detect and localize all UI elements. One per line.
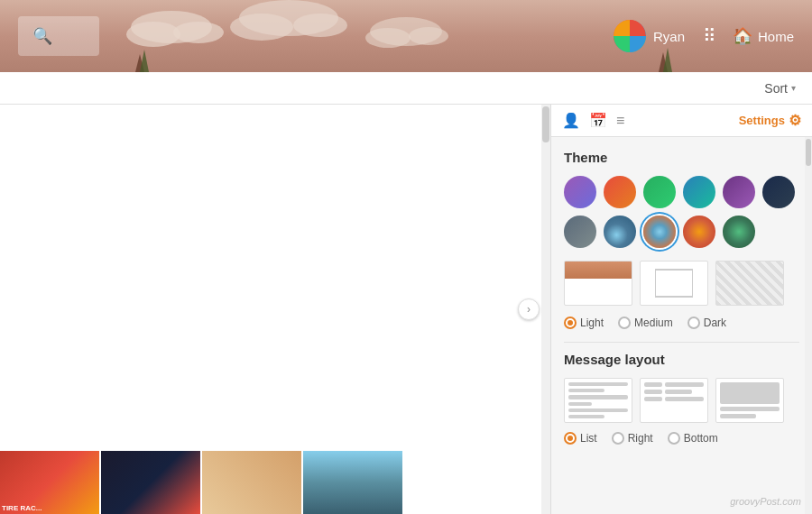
- thumb-label-1: TIRE RAC...: [2, 504, 42, 512]
- panel-content: Theme: [551, 137, 812, 470]
- theme-preview-light[interactable]: [564, 261, 632, 306]
- radio-bottom-label: Bottom: [684, 432, 718, 445]
- apps-icon[interactable]: ⠿: [703, 25, 715, 47]
- right-scrollbar-thumb[interactable]: [806, 139, 811, 166]
- calendar-view-icon[interactable]: 📅: [589, 112, 607, 129]
- home-nav[interactable]: 🏠 Home: [733, 26, 794, 46]
- thumbnails-row: TIRE RAC...: [0, 451, 541, 514]
- watermark: groovyPost.com: [730, 496, 801, 507]
- theme-section-title: Theme: [564, 150, 799, 165]
- radio-light-label: Light: [580, 317, 604, 329]
- radio-right-label: Right: [628, 432, 653, 445]
- left-scrollbar[interactable]: [541, 105, 550, 514]
- msg-line: [568, 408, 628, 412]
- theme-circle-mountain[interactable]: [604, 216, 636, 248]
- message-layout-title: Message layout: [564, 352, 799, 367]
- header-left: 🔍: [18, 16, 99, 56]
- radio-right[interactable]: Right: [612, 432, 653, 445]
- radio-dark-circle: [687, 317, 700, 329]
- radio-bottom[interactable]: Bottom: [668, 432, 718, 445]
- radio-dark[interactable]: Dark: [687, 317, 726, 329]
- settings-label: Settings: [739, 114, 785, 127]
- theme-circle-blue-purple[interactable]: [564, 176, 596, 208]
- theme-circle-green[interactable]: [643, 176, 676, 208]
- msg-line: [568, 382, 628, 386]
- theme-circle-navy[interactable]: [762, 176, 795, 208]
- settings-link[interactable]: Settings ⚙: [739, 112, 801, 129]
- radio-right-circle: [612, 432, 624, 445]
- header: 🔍 Ryan ⠿ 🏠 Home: [0, 0, 812, 72]
- radio-list[interactable]: List: [564, 432, 597, 445]
- avatar-image: [614, 20, 646, 52]
- sort-label: Sort: [764, 81, 788, 96]
- list-view-icon[interactable]: ≡: [616, 113, 624, 129]
- gear-icon: ⚙: [789, 112, 801, 129]
- msg-line: [568, 402, 592, 406]
- next-arrow[interactable]: ›: [518, 298, 540, 320]
- theme-circle-orange[interactable]: [683, 216, 715, 248]
- left-panel: › TIRE RAC...: [0, 105, 550, 514]
- message-layout-previews: [564, 378, 799, 423]
- radio-light[interactable]: Light: [564, 317, 604, 329]
- people-view-icon[interactable]: 👤: [562, 112, 580, 129]
- main-content: › TIRE RAC... 👤 📅 ≡ Settings ⚙: [0, 105, 812, 514]
- right-panel: 👤 📅 ≡ Settings ⚙ Theme: [550, 105, 812, 514]
- panel-header: 👤 📅 ≡ Settings ⚙: [551, 105, 812, 137]
- left-scrollbar-thumb[interactable]: [542, 106, 549, 142]
- msg-preview-list[interactable]: [564, 378, 632, 423]
- radio-list-circle: [564, 432, 577, 445]
- home-label: Home: [758, 29, 794, 44]
- radio-medium-circle: [618, 317, 631, 329]
- sort-arrow-icon: ▾: [791, 83, 796, 93]
- thumbnail-4[interactable]: [303, 451, 402, 514]
- home-icon: 🏠: [733, 26, 752, 46]
- theme-circle-slate[interactable]: [564, 216, 596, 248]
- search-box[interactable]: 🔍: [18, 16, 99, 56]
- msg-line: [568, 395, 628, 399]
- radio-dark-label: Dark: [704, 317, 726, 329]
- msg-preview-bottom[interactable]: [715, 378, 784, 423]
- toolbar: Sort ▾: [0, 72, 812, 105]
- radio-medium[interactable]: Medium: [618, 317, 673, 329]
- msg-line: [568, 415, 604, 418]
- theme-previews: [564, 261, 799, 306]
- msg-layout-radio-group: List Right Bottom: [564, 432, 799, 445]
- theme-circles: [564, 176, 799, 248]
- section-divider: [564, 342, 799, 343]
- theme-circle-orange-red[interactable]: [604, 176, 636, 208]
- thumbnail-1[interactable]: TIRE RAC...: [0, 451, 99, 514]
- theme-preview-dark[interactable]: [715, 261, 784, 306]
- radio-light-circle: [564, 317, 577, 329]
- radio-bottom-circle: [668, 432, 680, 445]
- radio-medium-label: Medium: [634, 317, 673, 329]
- radio-list-label: List: [580, 432, 597, 445]
- user-name: Ryan: [653, 29, 685, 44]
- theme-preview-medium[interactable]: [640, 261, 708, 306]
- msg-line: [568, 389, 604, 392]
- right-scrollbar[interactable]: [805, 137, 812, 514]
- theme-circle-teal[interactable]: [683, 176, 715, 208]
- search-icon: 🔍: [32, 26, 52, 46]
- sort-button[interactable]: Sort ▾: [757, 78, 803, 99]
- msg-preview-right[interactable]: [640, 378, 708, 423]
- theme-circle-forest[interactable]: [723, 216, 755, 248]
- user-info: Ryan: [614, 20, 685, 52]
- theme-circle-dark-purple[interactable]: [723, 176, 755, 208]
- panel-view-icons: 👤 📅 ≡: [562, 112, 624, 129]
- avatar: [614, 20, 646, 52]
- thumbnail-2[interactable]: [101, 451, 200, 514]
- theme-circle-sunset[interactable]: [643, 216, 676, 248]
- theme-radio-group: Light Medium Dark: [564, 317, 799, 329]
- header-right: Ryan ⠿ 🏠 Home: [614, 20, 794, 52]
- thumbnail-3[interactable]: [202, 451, 301, 514]
